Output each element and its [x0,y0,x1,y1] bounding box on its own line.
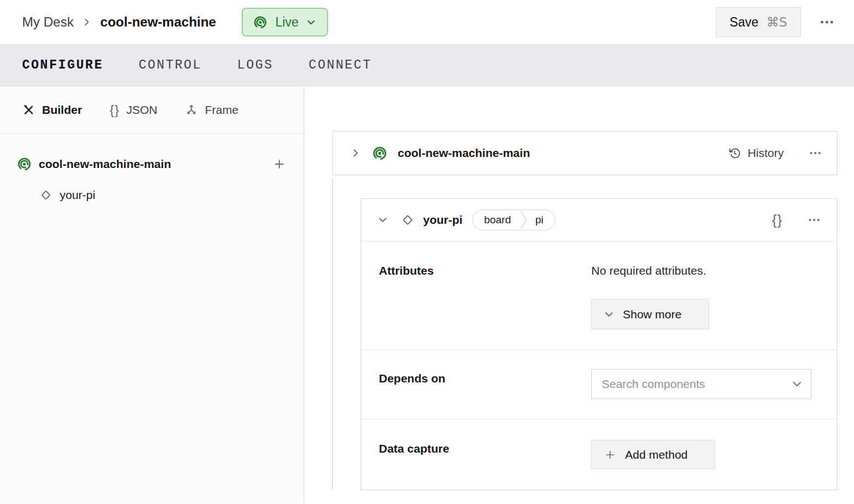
save-label: Save [730,15,758,30]
chevron-down-icon [306,18,316,27]
tab-json[interactable]: {} JSON [110,102,157,118]
attributes-empty-message: No required attributes. [591,264,819,278]
depends-on-label: Depends on [379,369,591,399]
machine-name-title: cool-new-machine [100,14,216,30]
chevron-down-icon [604,309,614,319]
data-capture-section: Data capture Add method [361,419,837,490]
machine-part-title: cool-new-machine-main [398,146,530,160]
tab-configure[interactable]: CONFIGURE [22,58,103,72]
depends-on-select [591,369,811,399]
tree-item-your-pi[interactable]: your-pi [0,183,304,207]
show-more-button[interactable]: Show more [591,299,709,329]
main-nav-tabs: CONFIGURE CONTROL LOGS CONNECT [0,45,854,86]
config-sidebar: Builder {} JSON Frame [0,86,304,503]
tree-item-label: cool-new-machine-main [39,158,171,171]
plus-icon [604,449,616,461]
attributes-section: Attributes No required attributes. Show … [361,242,837,349]
component-type: board [484,214,511,226]
ellipsis-icon [808,146,822,160]
breadcrumb-parent-link[interactable]: My Desk [22,14,74,30]
breadcrumb: My Desk cool-new-machine [22,14,216,30]
machine-card-menu-button[interactable] [808,146,822,160]
tree-item-machine-part[interactable]: cool-new-machine-main [0,152,304,176]
collapse-chevron-down-icon[interactable] [378,215,388,225]
component-tree: cool-new-machine-main your-pi [0,134,304,207]
history-button[interactable]: History [728,146,784,160]
machine-part-icon [17,156,32,172]
config-main-panel: cool-new-machine-main History [304,86,854,503]
search-components-input[interactable] [591,369,811,399]
machine-part-icon [372,145,388,161]
badge-separator-chevron-icon [520,211,528,229]
broadcast-icon [253,15,268,30]
depends-on-section: Depends on [361,350,837,419]
builder-tab-label: Builder [42,103,82,117]
wrench-screwdriver-icon [22,103,35,117]
tab-frame[interactable]: Frame [185,103,238,117]
machine-part-card: cool-new-machine-main History [332,131,837,175]
add-component-button[interactable] [273,158,286,171]
component-diamond-icon [400,212,415,228]
save-shortcut-hint: ⌘S [766,15,787,29]
data-capture-label: Data capture [379,440,591,469]
expand-chevron-right-icon[interactable] [351,148,361,158]
more-menu-button[interactable] [819,14,835,30]
tab-logs[interactable]: LOGS [237,58,273,72]
tab-control[interactable]: CONTROL [139,58,202,72]
add-method-button[interactable]: Add method [591,440,715,469]
tree-item-label: your-pi [60,188,95,202]
curly-braces-icon: {} [110,102,119,118]
component-model: pi [535,214,544,226]
ellipsis-icon [807,213,821,227]
component-card-your-pi: your-pi board pi {} Attrib [361,198,837,490]
component-card-header: your-pi board pi {} [361,199,837,241]
component-title: your-pi [423,213,462,227]
ellipsis-icon [819,14,835,30]
component-type-badge: board pi [472,209,555,230]
component-diamond-icon [39,188,53,202]
show-more-label: Show more [623,308,681,321]
save-button[interactable]: Save ⌘S [716,7,801,37]
json-tab-label: JSON [126,103,157,117]
edit-json-button[interactable]: {} [772,212,783,229]
component-card-menu-button[interactable] [807,213,821,227]
attributes-label: Attributes [379,264,591,329]
frame-axes-icon [185,103,198,117]
history-label: History [748,146,784,160]
live-status-dropdown[interactable]: Live [242,8,328,36]
top-bar: My Desk cool-new-machine Live Save ⌘S [0,0,854,45]
tab-builder[interactable]: Builder [22,103,82,117]
config-view-tabs: Builder {} JSON Frame [0,86,304,134]
chevron-right-icon [82,18,91,27]
live-label: Live [275,15,299,30]
tab-connect[interactable]: CONNECT [309,58,372,72]
tree-connector-line [332,179,333,489]
frame-tab-label: Frame [205,103,238,117]
history-icon [728,146,741,160]
add-method-label: Add method [625,448,688,461]
